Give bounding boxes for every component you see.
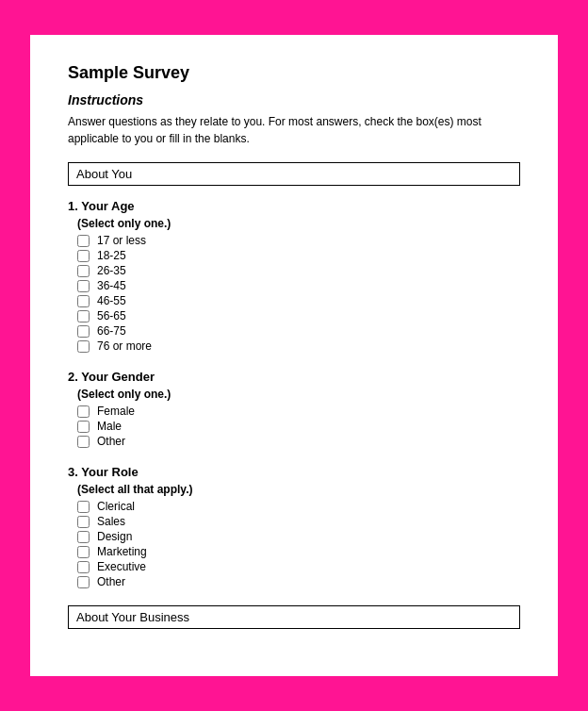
section-header-about-you: About You bbox=[68, 162, 520, 186]
age-label-4: 36-45 bbox=[97, 279, 126, 292]
gender-label-3: Other bbox=[97, 435, 125, 448]
role-option-2: Sales bbox=[77, 515, 520, 528]
age-label-1: 17 or less bbox=[97, 234, 146, 247]
role-option-3: Design bbox=[77, 530, 520, 543]
age-option-4: 36-45 bbox=[77, 279, 520, 292]
question-1-age: 1. Your Age (Select only one.) 17 or les… bbox=[68, 199, 520, 353]
age-label-7: 66-75 bbox=[97, 324, 126, 338]
age-label-6: 56-65 bbox=[97, 309, 126, 322]
age-checkbox-2[interactable] bbox=[77, 250, 90, 262]
instructions-text: Answer questions as they relate to you. … bbox=[68, 113, 520, 147]
role-checkbox-2[interactable] bbox=[77, 516, 90, 528]
age-label-8: 76 or more bbox=[97, 339, 152, 353]
role-checkbox-5[interactable] bbox=[77, 561, 90, 573]
question-3-role: 3. Your Role (Select all that apply.) Cl… bbox=[68, 465, 520, 588]
role-option-6: Other bbox=[77, 575, 520, 588]
role-label-2: Sales bbox=[97, 515, 125, 528]
age-checkbox-3[interactable] bbox=[77, 265, 90, 277]
question-3-select-instruction: (Select all that apply.) bbox=[77, 483, 520, 496]
age-checkbox-8[interactable] bbox=[77, 340, 90, 353]
age-option-3: 26-35 bbox=[77, 264, 520, 277]
gender-label-2: Male bbox=[97, 420, 122, 433]
question-2-gender: 2. Your Gender (Select only one.) Female… bbox=[68, 370, 520, 448]
question-2-select-instruction: (Select only one.) bbox=[77, 388, 520, 401]
instructions-label: Instructions bbox=[68, 92, 520, 107]
age-label-5: 46-55 bbox=[97, 294, 126, 307]
gender-option-2: Male bbox=[77, 420, 520, 433]
role-label-4: Marketing bbox=[97, 545, 147, 558]
question-1-select-instruction: (Select only one.) bbox=[77, 217, 520, 230]
role-checkbox-3[interactable] bbox=[77, 531, 90, 543]
role-label-3: Design bbox=[97, 530, 132, 543]
age-option-2: 18-25 bbox=[77, 249, 520, 262]
gender-checkbox-2[interactable] bbox=[77, 421, 90, 433]
survey-title: Sample Survey bbox=[68, 63, 520, 83]
age-option-1: 17 or less bbox=[77, 234, 520, 247]
gender-checkbox-1[interactable] bbox=[77, 405, 90, 418]
age-checkbox-1[interactable] bbox=[77, 235, 90, 247]
role-label-6: Other bbox=[97, 575, 125, 588]
question-2-title: 2. Your Gender bbox=[68, 370, 520, 384]
role-option-5: Executive bbox=[77, 560, 520, 573]
age-option-5: 46-55 bbox=[77, 294, 520, 307]
age-checkbox-6[interactable] bbox=[77, 310, 90, 322]
role-label-1: Clerical bbox=[97, 500, 135, 513]
role-label-5: Executive bbox=[97, 560, 146, 573]
section-header-about-business: About Your Business bbox=[68, 605, 520, 629]
gender-label-1: Female bbox=[97, 405, 135, 418]
age-checkbox-4[interactable] bbox=[77, 280, 90, 292]
question-3-title: 3. Your Role bbox=[68, 465, 520, 479]
role-checkbox-4[interactable] bbox=[77, 546, 90, 558]
age-option-6: 56-65 bbox=[77, 309, 520, 322]
gender-checkbox-3[interactable] bbox=[77, 436, 90, 448]
age-checkbox-7[interactable] bbox=[77, 325, 90, 338]
role-checkbox-6[interactable] bbox=[77, 576, 90, 588]
question-1-title: 1. Your Age bbox=[68, 199, 520, 213]
age-option-8: 76 or more bbox=[77, 339, 520, 353]
role-checkbox-1[interactable] bbox=[77, 501, 90, 513]
role-option-4: Marketing bbox=[77, 545, 520, 558]
role-option-1: Clerical bbox=[77, 500, 520, 513]
age-label-2: 18-25 bbox=[97, 249, 126, 262]
age-checkbox-5[interactable] bbox=[77, 295, 90, 307]
gender-option-3: Other bbox=[77, 435, 520, 448]
age-option-7: 66-75 bbox=[77, 324, 520, 338]
survey-page: Sample Survey Instructions Answer questi… bbox=[30, 35, 558, 676]
age-label-3: 26-35 bbox=[97, 264, 126, 277]
gender-option-1: Female bbox=[77, 405, 520, 418]
